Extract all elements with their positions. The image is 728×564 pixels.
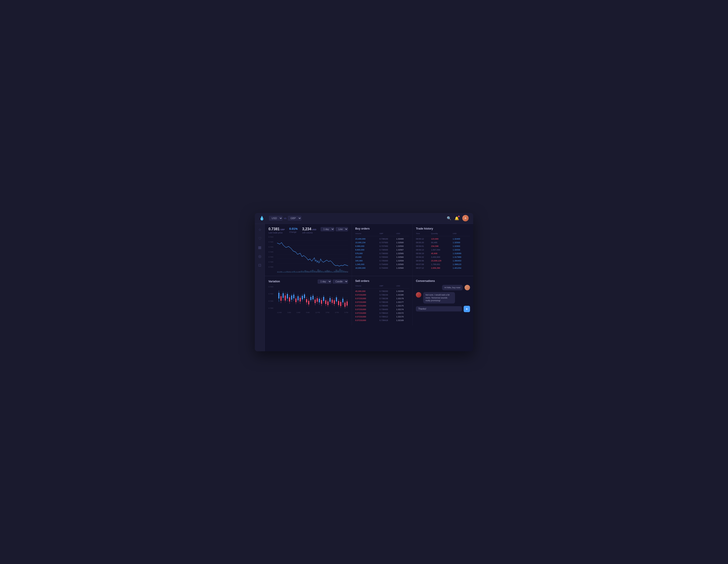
y-label-5: 0.7390: [268, 256, 277, 258]
trade-header-quantity: Quantity: [431, 233, 453, 235]
avatar[interactable]: A: [462, 215, 469, 221]
sell-orders-title: Sell orders: [355, 279, 409, 283]
trade-row-6: 09:56:223,450,9001.317989: [416, 255, 470, 259]
header-actions: 🔍 🔔 A: [447, 215, 469, 221]
y-label-1: 0.7410: [268, 236, 277, 238]
candle-y-labels: 0.7420 0.7400 0.7390 0.7380: [268, 286, 277, 309]
svg-rect-38: [308, 301, 309, 304]
buy-row-1: 23,400,0000.7381001.32400: [355, 237, 409, 241]
volume-label: 24h volume: [302, 232, 316, 234]
svg-rect-60: [332, 300, 333, 303]
buy-row-7: 345,9000.7350001.32559: [355, 259, 409, 263]
buy-orders-panel: Buy orders Volume GBP USD 23,400,0000.73…: [352, 224, 413, 276]
x-label-1: 12 AM: [277, 271, 282, 273]
y-label-4: 0.7395: [268, 251, 277, 253]
svg-rect-34: [304, 294, 305, 298]
x-label-8: 9 PM: [344, 271, 348, 273]
x-label-3: 6 AM: [297, 271, 300, 273]
svg-rect-42: [312, 296, 313, 299]
buy-row-3: 9,989,0000.7370001.32550: [355, 244, 409, 248]
chat-input-row: ➤: [416, 306, 470, 312]
buy-header-usd: USD: [396, 233, 409, 235]
bell-icon[interactable]: 🔔: [455, 216, 459, 220]
svg-rect-50: [321, 300, 322, 304]
svg-rect-10: [278, 293, 279, 298]
buy-row-4: 8,800,0000.7365001.32567: [355, 248, 409, 252]
svg-rect-32: [302, 296, 303, 299]
svg-rect-36: [306, 299, 307, 302]
trade-history-title: Trade history: [416, 227, 470, 230]
chart-panel: 0.7381GBP Last trade price 0.01% Change: [265, 224, 352, 276]
svg-rect-48: [319, 299, 320, 302]
sell-row-2: 0.072310000.7382341.32180: [355, 293, 409, 297]
sidebar-icon-favorites[interactable]: ☆: [258, 228, 261, 232]
buy-row-2: 10,000,2340.7375001.32500: [355, 241, 409, 244]
x-label-7: 6 PM: [335, 271, 339, 273]
sell-orders-table: Volume GBP USD 45,000,0000.7382001.32200…: [355, 285, 409, 322]
vs-label: vs: [284, 217, 286, 220]
buy-row-5: 578,0000.7360001.32565: [355, 252, 409, 255]
last-trade-block: 0.7381GBP Last trade price: [268, 227, 285, 234]
sell-header-usd: USD: [396, 285, 409, 287]
svg-rect-14: [283, 293, 284, 298]
candle-chart-container: 0.7420 0.7400 0.7390 0.7380: [268, 286, 348, 313]
line-chart-svg: [277, 236, 348, 268]
sidebar-icon-portfolio[interactable]: ⊡: [258, 263, 261, 267]
svg-rect-24: [293, 295, 294, 298]
change-block: 0.01% Change: [289, 227, 298, 233]
buy-row-9: 18,900,0000.7340001.32560: [355, 266, 409, 270]
currency2-select[interactable]: GBP: [288, 216, 301, 221]
last-trade-currency: GBP: [280, 228, 285, 231]
conversations-title: Conversations: [416, 279, 470, 283]
trade-row-3: 09:56:01234,5981.32900: [416, 244, 470, 248]
logo: 💧: [259, 216, 264, 221]
sell-row-7: 0.072310000.7384101.32172: [355, 311, 409, 315]
svg-rect-62: [334, 300, 335, 304]
svg-rect-40: [310, 297, 311, 300]
sidebar-icon-calendar[interactable]: ▦: [258, 245, 261, 250]
line-chart-container: 0.7410 0.7405 0.7400 0.7395 0.7390 0.738…: [268, 236, 348, 273]
chat-send-button[interactable]: ➤: [464, 306, 470, 312]
top-area: 0.7381GBP Last trade price 0.01% Change: [265, 224, 473, 276]
buy-header-gbp: GBP: [379, 233, 396, 235]
bottom-section: Variation 1 day Candle: [265, 276, 473, 325]
x-label-5: 12 PM: [315, 271, 320, 273]
sell-row-1: 45,000,0000.7382001.32200: [355, 289, 409, 293]
app-wrapper: 💧 USD vs GBP 🔍 🔔 A ☆ ♡ ▦ ◎ ⊡: [255, 213, 473, 351]
trade-history-panel: Trade history Time Quantity USD 09:55:12…: [413, 224, 473, 276]
svg-rect-52: [323, 297, 324, 301]
last-trade-label: Last trade price: [268, 232, 285, 234]
timeframe-select[interactable]: 1 day: [321, 227, 334, 231]
sell-row-5: 0.072310000.7383451.32175: [355, 304, 409, 308]
y-labels: 0.7410 0.7405 0.7400 0.7395 0.7390 0.738…: [268, 236, 277, 268]
svg-rect-70: [342, 299, 344, 302]
chat-input[interactable]: [416, 306, 462, 311]
svg-rect-68: [340, 302, 341, 306]
trade-history-table: Time Quantity USD 09:55:12123,9001.32400…: [416, 233, 470, 270]
trade-header-usd: USD: [453, 233, 470, 235]
sell-header-volume: Volume: [355, 285, 379, 287]
sell-orders-header: Volume GBP USD: [355, 285, 409, 288]
main-layout: ☆ ♡ ▦ ◎ ⊡ 0.7381GBP: [255, 224, 473, 351]
variation-timeframe-select[interactable]: 1 day: [318, 279, 331, 284]
variation-controls: 1 day Candle: [318, 279, 348, 284]
x-label-6: 3 PM: [326, 271, 329, 273]
variation-type-select[interactable]: Candle: [333, 279, 348, 284]
buy-orders-table: Volume GBP USD 23,400,0000.7381001.32400…: [355, 233, 409, 270]
svg-rect-74: [346, 301, 348, 306]
currency1-select[interactable]: USD: [269, 216, 283, 221]
sell-header-gbp: GBP: [379, 285, 396, 287]
volume-value: 3,234USD: [302, 227, 316, 231]
svg-rect-44: [315, 300, 316, 303]
variation-title: Variation: [268, 280, 280, 283]
sidebar-icon-watchlist[interactable]: ♡: [258, 236, 261, 241]
svg-rect-18: [287, 294, 288, 298]
chat-avatar-right: [465, 285, 470, 290]
sidebar-icon-alerts[interactable]: ◎: [258, 254, 261, 258]
search-icon[interactable]: 🔍: [447, 216, 451, 220]
chat-text-left: Not sure. I would wait a bit more. Tomor…: [423, 292, 455, 303]
buy-row-8: 1,345,0000.7345001.32565: [355, 263, 409, 266]
buy-row-6: 23,0000.7355001.32560: [355, 255, 409, 259]
chart-type-select[interactable]: Line: [336, 227, 348, 231]
svg-rect-28: [298, 296, 299, 300]
